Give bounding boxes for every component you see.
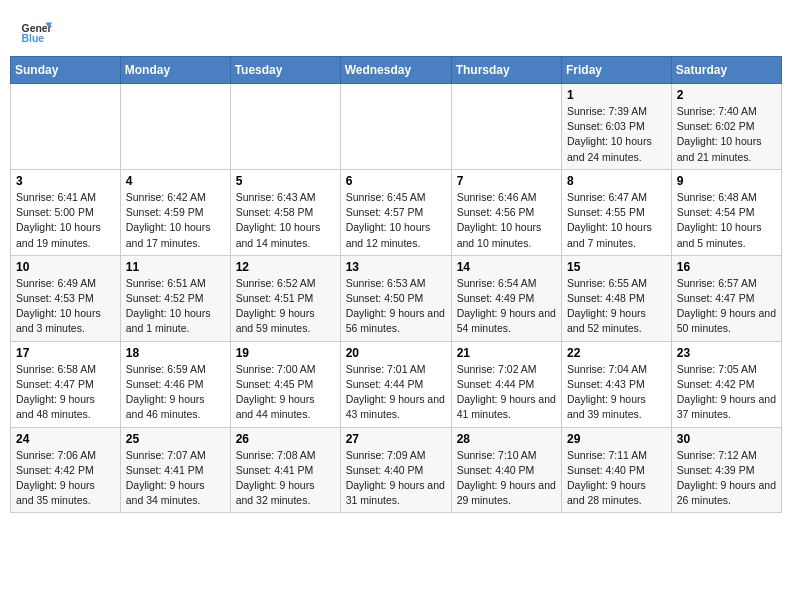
calendar-table: SundayMondayTuesdayWednesdayThursdayFrid…: [10, 56, 782, 513]
day-number: 20: [346, 346, 446, 360]
day-number: 25: [126, 432, 225, 446]
day-number: 14: [457, 260, 556, 274]
calendar-day-cell: 9Sunrise: 6:48 AMSunset: 4:54 PMDaylight…: [671, 169, 781, 255]
svg-text:Blue: Blue: [22, 33, 45, 44]
day-info: Sunrise: 6:51 AMSunset: 4:52 PMDaylight:…: [126, 276, 225, 337]
calendar-day-cell: 25Sunrise: 7:07 AMSunset: 4:41 PMDayligh…: [120, 427, 230, 513]
calendar-day-cell: 11Sunrise: 6:51 AMSunset: 4:52 PMDayligh…: [120, 255, 230, 341]
weekday-header: Wednesday: [340, 57, 451, 84]
day-info: Sunrise: 7:08 AMSunset: 4:41 PMDaylight:…: [236, 448, 335, 509]
day-number: 28: [457, 432, 556, 446]
day-info: Sunrise: 6:43 AMSunset: 4:58 PMDaylight:…: [236, 190, 335, 251]
day-info: Sunrise: 7:02 AMSunset: 4:44 PMDaylight:…: [457, 362, 556, 423]
day-number: 18: [126, 346, 225, 360]
calendar-day-cell: 24Sunrise: 7:06 AMSunset: 4:42 PMDayligh…: [11, 427, 121, 513]
calendar-day-cell: 27Sunrise: 7:09 AMSunset: 4:40 PMDayligh…: [340, 427, 451, 513]
calendar-day-cell: 2Sunrise: 7:40 AMSunset: 6:02 PMDaylight…: [671, 84, 781, 170]
logo-icon: General Blue: [20, 16, 52, 48]
calendar-day-cell: 18Sunrise: 6:59 AMSunset: 4:46 PMDayligh…: [120, 341, 230, 427]
day-info: Sunrise: 7:05 AMSunset: 4:42 PMDaylight:…: [677, 362, 776, 423]
day-number: 29: [567, 432, 666, 446]
weekday-header: Sunday: [11, 57, 121, 84]
calendar-day-cell: 15Sunrise: 6:55 AMSunset: 4:48 PMDayligh…: [562, 255, 672, 341]
weekday-header-row: SundayMondayTuesdayWednesdayThursdayFrid…: [11, 57, 782, 84]
calendar-day-cell: 17Sunrise: 6:58 AMSunset: 4:47 PMDayligh…: [11, 341, 121, 427]
calendar-day-cell: 29Sunrise: 7:11 AMSunset: 4:40 PMDayligh…: [562, 427, 672, 513]
day-number: 16: [677, 260, 776, 274]
weekday-header: Tuesday: [230, 57, 340, 84]
day-info: Sunrise: 7:07 AMSunset: 4:41 PMDaylight:…: [126, 448, 225, 509]
day-number: 19: [236, 346, 335, 360]
day-info: Sunrise: 6:54 AMSunset: 4:49 PMDaylight:…: [457, 276, 556, 337]
day-number: 1: [567, 88, 666, 102]
logo: General Blue: [20, 16, 52, 48]
calendar-week-row: 17Sunrise: 6:58 AMSunset: 4:47 PMDayligh…: [11, 341, 782, 427]
day-info: Sunrise: 6:47 AMSunset: 4:55 PMDaylight:…: [567, 190, 666, 251]
weekday-header: Thursday: [451, 57, 561, 84]
day-info: Sunrise: 7:04 AMSunset: 4:43 PMDaylight:…: [567, 362, 666, 423]
day-info: Sunrise: 7:06 AMSunset: 4:42 PMDaylight:…: [16, 448, 115, 509]
day-number: 2: [677, 88, 776, 102]
calendar-day-cell: 16Sunrise: 6:57 AMSunset: 4:47 PMDayligh…: [671, 255, 781, 341]
calendar-day-cell: 5Sunrise: 6:43 AMSunset: 4:58 PMDaylight…: [230, 169, 340, 255]
day-number: 12: [236, 260, 335, 274]
weekday-header: Monday: [120, 57, 230, 84]
day-number: 23: [677, 346, 776, 360]
day-number: 30: [677, 432, 776, 446]
day-number: 7: [457, 174, 556, 188]
calendar-day-cell: 22Sunrise: 7:04 AMSunset: 4:43 PMDayligh…: [562, 341, 672, 427]
day-number: 11: [126, 260, 225, 274]
day-info: Sunrise: 7:01 AMSunset: 4:44 PMDaylight:…: [346, 362, 446, 423]
day-info: Sunrise: 7:11 AMSunset: 4:40 PMDaylight:…: [567, 448, 666, 509]
calendar-day-cell: 4Sunrise: 6:42 AMSunset: 4:59 PMDaylight…: [120, 169, 230, 255]
calendar-day-cell: 3Sunrise: 6:41 AMSunset: 5:00 PMDaylight…: [11, 169, 121, 255]
calendar-day-cell: 26Sunrise: 7:08 AMSunset: 4:41 PMDayligh…: [230, 427, 340, 513]
day-info: Sunrise: 6:57 AMSunset: 4:47 PMDaylight:…: [677, 276, 776, 337]
day-number: 21: [457, 346, 556, 360]
day-number: 15: [567, 260, 666, 274]
calendar-day-cell: [120, 84, 230, 170]
calendar-week-row: 10Sunrise: 6:49 AMSunset: 4:53 PMDayligh…: [11, 255, 782, 341]
day-number: 27: [346, 432, 446, 446]
calendar-day-cell: 14Sunrise: 6:54 AMSunset: 4:49 PMDayligh…: [451, 255, 561, 341]
calendar-day-cell: [451, 84, 561, 170]
day-info: Sunrise: 6:49 AMSunset: 4:53 PMDaylight:…: [16, 276, 115, 337]
day-number: 3: [16, 174, 115, 188]
calendar-day-cell: 13Sunrise: 6:53 AMSunset: 4:50 PMDayligh…: [340, 255, 451, 341]
day-info: Sunrise: 7:39 AMSunset: 6:03 PMDaylight:…: [567, 104, 666, 165]
day-number: 17: [16, 346, 115, 360]
day-info: Sunrise: 7:10 AMSunset: 4:40 PMDaylight:…: [457, 448, 556, 509]
day-info: Sunrise: 6:46 AMSunset: 4:56 PMDaylight:…: [457, 190, 556, 251]
day-info: Sunrise: 6:45 AMSunset: 4:57 PMDaylight:…: [346, 190, 446, 251]
day-info: Sunrise: 7:00 AMSunset: 4:45 PMDaylight:…: [236, 362, 335, 423]
page-header: General Blue: [0, 0, 792, 56]
day-info: Sunrise: 6:59 AMSunset: 4:46 PMDaylight:…: [126, 362, 225, 423]
day-info: Sunrise: 6:41 AMSunset: 5:00 PMDaylight:…: [16, 190, 115, 251]
calendar-container: SundayMondayTuesdayWednesdayThursdayFrid…: [0, 56, 792, 523]
day-info: Sunrise: 6:42 AMSunset: 4:59 PMDaylight:…: [126, 190, 225, 251]
day-info: Sunrise: 6:53 AMSunset: 4:50 PMDaylight:…: [346, 276, 446, 337]
calendar-day-cell: [230, 84, 340, 170]
calendar-day-cell: 21Sunrise: 7:02 AMSunset: 4:44 PMDayligh…: [451, 341, 561, 427]
day-number: 5: [236, 174, 335, 188]
day-info: Sunrise: 7:12 AMSunset: 4:39 PMDaylight:…: [677, 448, 776, 509]
calendar-week-row: 1Sunrise: 7:39 AMSunset: 6:03 PMDaylight…: [11, 84, 782, 170]
calendar-day-cell: 8Sunrise: 6:47 AMSunset: 4:55 PMDaylight…: [562, 169, 672, 255]
day-number: 9: [677, 174, 776, 188]
day-info: Sunrise: 6:58 AMSunset: 4:47 PMDaylight:…: [16, 362, 115, 423]
calendar-day-cell: [340, 84, 451, 170]
day-number: 6: [346, 174, 446, 188]
day-number: 10: [16, 260, 115, 274]
calendar-day-cell: [11, 84, 121, 170]
calendar-day-cell: 23Sunrise: 7:05 AMSunset: 4:42 PMDayligh…: [671, 341, 781, 427]
day-number: 8: [567, 174, 666, 188]
calendar-day-cell: 30Sunrise: 7:12 AMSunset: 4:39 PMDayligh…: [671, 427, 781, 513]
day-info: Sunrise: 6:52 AMSunset: 4:51 PMDaylight:…: [236, 276, 335, 337]
calendar-day-cell: 12Sunrise: 6:52 AMSunset: 4:51 PMDayligh…: [230, 255, 340, 341]
calendar-day-cell: 28Sunrise: 7:10 AMSunset: 4:40 PMDayligh…: [451, 427, 561, 513]
day-info: Sunrise: 6:48 AMSunset: 4:54 PMDaylight:…: [677, 190, 776, 251]
calendar-day-cell: 6Sunrise: 6:45 AMSunset: 4:57 PMDaylight…: [340, 169, 451, 255]
day-number: 13: [346, 260, 446, 274]
calendar-week-row: 24Sunrise: 7:06 AMSunset: 4:42 PMDayligh…: [11, 427, 782, 513]
day-number: 4: [126, 174, 225, 188]
